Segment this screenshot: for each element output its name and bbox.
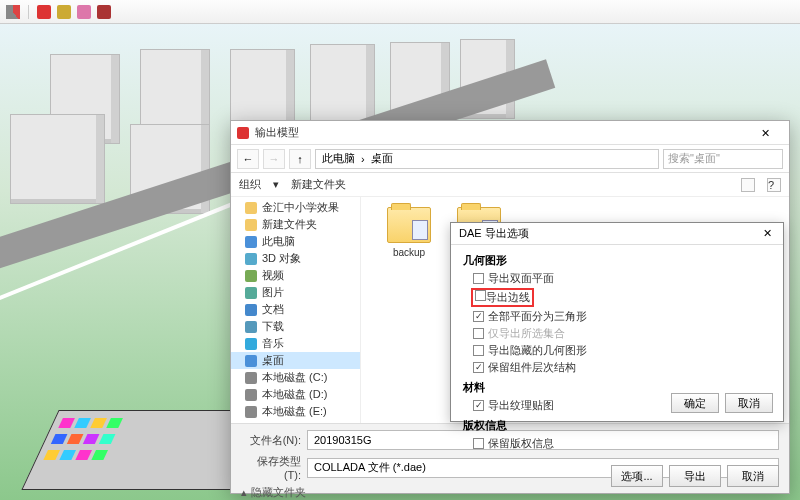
crumb-0[interactable]: 此电脑 — [322, 151, 355, 166]
view-button[interactable] — [741, 178, 755, 192]
cube-icon — [245, 253, 257, 265]
section-heading: 几何图形 — [463, 253, 771, 268]
ruby-pink-icon[interactable] — [77, 5, 91, 19]
hide-folders-toggle[interactable]: ▴ 隐藏文件夹 — [241, 485, 779, 500]
ruby-gold-icon[interactable] — [57, 5, 71, 19]
tree-item[interactable]: 3D 对象 — [231, 250, 360, 267]
main-toolbar — [0, 0, 800, 24]
option-label: 导出纹理贴图 — [488, 398, 554, 413]
nav-bar: ← → ↑ 此电脑› 桌面 搜索"桌面" — [231, 145, 789, 173]
newfolder-button[interactable]: 新建文件夹 — [291, 177, 346, 192]
folder-tree[interactable]: 金汇中小学效果新建文件夹此电脑3D 对象视频图片文档下载音乐桌面本地磁盘 (C:… — [231, 197, 361, 423]
tree-label: 此电脑 — [262, 234, 295, 249]
tree-label: 金汇中小学效果 — [262, 200, 339, 215]
export-title: 输出模型 — [255, 125, 299, 140]
crumb-1[interactable]: 桌面 — [371, 151, 393, 166]
tree-label: 下载 — [262, 319, 284, 334]
checkbox[interactable] — [475, 290, 486, 301]
option-row[interactable]: 导出边线 — [463, 287, 771, 308]
doc-icon — [245, 304, 257, 316]
desktop-icon — [245, 355, 257, 367]
checkbox[interactable] — [473, 345, 484, 356]
option-label: 导出隐藏的几何图形 — [488, 343, 587, 358]
scissors-icon[interactable] — [6, 5, 20, 19]
disk-icon — [245, 406, 257, 418]
tree-item[interactable]: 视频 — [231, 267, 360, 284]
forward-button[interactable]: → — [263, 149, 285, 169]
video-icon — [245, 270, 257, 282]
close-icon[interactable]: ✕ — [747, 123, 783, 143]
tree-item[interactable]: 金汇中小学效果 — [231, 199, 360, 216]
cancel-button[interactable]: 取消 — [727, 465, 779, 487]
option-label: 导出双面平面 — [488, 271, 554, 286]
tree-item[interactable]: 下载 — [231, 318, 360, 335]
image-icon — [245, 287, 257, 299]
checkbox[interactable]: ✓ — [473, 362, 484, 373]
tree-item[interactable]: 桌面 — [231, 352, 360, 369]
help-button[interactable]: ? — [767, 178, 781, 192]
tree-label: 视频 — [262, 268, 284, 283]
option-label: 保留版权信息 — [488, 436, 554, 451]
folder-name: backup — [381, 247, 437, 258]
ruby-dark-icon[interactable] — [97, 5, 111, 19]
tree-item[interactable]: 新建文件夹 — [231, 216, 360, 233]
checkbox — [473, 328, 484, 339]
disk-icon — [245, 372, 257, 384]
tree-label: 本地磁盘 (C:) — [262, 370, 327, 385]
filetype-label: 保存类型(T): — [241, 454, 301, 481]
export-titlebar[interactable]: 输出模型 ✕ — [231, 121, 789, 145]
music-icon — [245, 338, 257, 350]
close-icon[interactable]: ✕ — [759, 227, 775, 240]
tree-label: 文档 — [262, 302, 284, 317]
tree-item[interactable]: 本地磁盘 (C:) — [231, 369, 360, 386]
options-body: 几何图形导出双面平面导出边线✓全部平面分为三角形仅导出所选集合导出隐藏的几何图形… — [451, 245, 783, 452]
checkbox[interactable]: ✓ — [473, 311, 484, 322]
option-label: 导出边线 — [486, 291, 530, 303]
checkbox[interactable] — [473, 438, 484, 449]
app-icon — [237, 127, 249, 139]
search-input[interactable]: 搜索"桌面" — [663, 149, 783, 169]
tree-label: 本地磁盘 (E:) — [262, 404, 327, 419]
organize-bar: 组织▾ 新建文件夹 ? — [231, 173, 789, 197]
export-button[interactable]: 导出 — [669, 465, 721, 487]
disk-icon — [245, 389, 257, 401]
checkbox[interactable]: ✓ — [473, 400, 484, 411]
option-row: 仅导出所选集合 — [463, 325, 771, 342]
cancel-button[interactable]: 取消 — [725, 393, 773, 413]
ruby-red-icon[interactable] — [37, 5, 51, 19]
breadcrumb[interactable]: 此电脑› 桌面 — [315, 149, 659, 169]
options-title: DAE 导出选项 — [459, 226, 529, 241]
checkbox[interactable] — [473, 273, 484, 284]
tree-item[interactable]: 本地磁盘 (D:) — [231, 386, 360, 403]
option-label: 全部平面分为三角形 — [488, 309, 587, 324]
pc-icon — [245, 236, 257, 248]
option-row[interactable]: ✓保留组件层次结构 — [463, 359, 771, 376]
options-titlebar[interactable]: DAE 导出选项 ✕ — [451, 223, 783, 245]
tree-item[interactable]: 图片 — [231, 284, 360, 301]
tree-item[interactable]: 本地磁盘 (E:) — [231, 403, 360, 420]
option-label: 仅导出所选集合 — [488, 326, 565, 341]
option-row[interactable]: ✓全部平面分为三角形 — [463, 308, 771, 325]
folder-icon — [387, 207, 431, 243]
tree-label: 桌面 — [262, 353, 284, 368]
option-row[interactable]: 导出隐藏的几何图形 — [463, 342, 771, 359]
folder-yellow-icon — [245, 219, 257, 231]
ok-button[interactable]: 确定 — [671, 393, 719, 413]
tree-item[interactable]: 文档 — [231, 301, 360, 318]
option-row[interactable]: 导出双面平面 — [463, 270, 771, 287]
folder-yellow-icon — [245, 202, 257, 214]
tree-item[interactable]: 此电脑 — [231, 233, 360, 250]
up-button[interactable]: ↑ — [289, 149, 311, 169]
options-button[interactable]: 选项... — [611, 465, 663, 487]
download-icon — [245, 321, 257, 333]
back-button[interactable]: ← — [237, 149, 259, 169]
folder-item[interactable]: backup — [381, 207, 437, 258]
tree-item[interactable]: 音乐 — [231, 335, 360, 352]
separator — [28, 5, 29, 19]
tree-label: 3D 对象 — [262, 251, 301, 266]
tree-label: 音乐 — [262, 336, 284, 351]
option-row[interactable]: 保留版权信息 — [463, 435, 771, 452]
tree-label: 图片 — [262, 285, 284, 300]
filename-label: 文件名(N): — [241, 433, 301, 448]
organize-button[interactable]: 组织 — [239, 177, 261, 192]
